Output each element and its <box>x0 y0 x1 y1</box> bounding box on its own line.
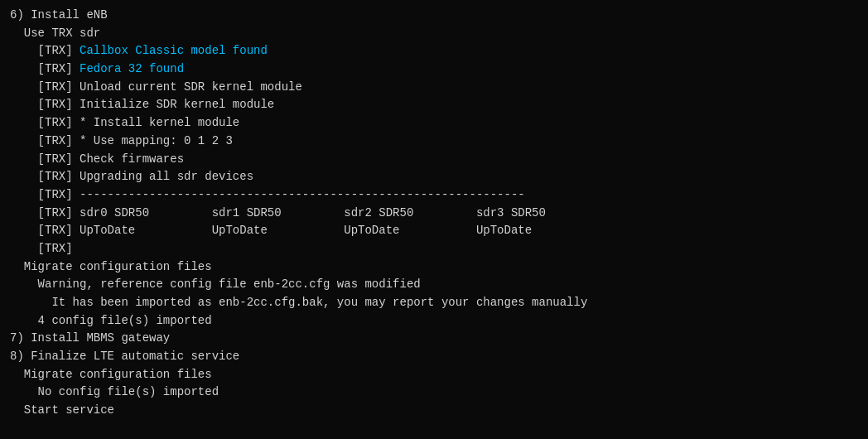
line-21: Migrate configuration files <box>10 366 858 384</box>
line-18: 4 config file(s) imported <box>10 312 858 330</box>
line-19: 7) Install MBMS gateway <box>10 330 858 348</box>
line-13: [TRX] UpToDate UpToDate UpToDate UpToDat… <box>10 222 858 240</box>
line-24 <box>10 420 858 438</box>
line-23: Start service <box>10 402 858 420</box>
terminal-window: 6) Install eNB Use TRX sdr [TRX] Callbox… <box>0 0 868 439</box>
line-14: [TRX] <box>10 240 858 258</box>
line-2: Use TRX sdr <box>10 25 858 43</box>
line-10: [TRX] Upgrading all sdr devices <box>10 168 858 186</box>
line-4: [TRX] Fedora 32 found <box>10 60 858 79</box>
line-11: [TRX] ----------------------------------… <box>10 186 858 205</box>
line-5: [TRX] Unload current SDR kernel module <box>10 79 858 97</box>
line-20: 8) Finalize LTE automatic service <box>10 348 858 366</box>
line-12: [TRX] sdr0 SDR50 sdr1 SDR50 sdr2 SDR50 s… <box>10 205 858 223</box>
line-22: No config file(s) imported <box>10 384 858 402</box>
line-7: [TRX] * Install kernel module <box>10 114 858 133</box>
line-3: [TRX] Callbox Classic model found <box>10 42 858 60</box>
line-6: [TRX] Initialize SDR kernel module <box>10 96 858 114</box>
line-15: Migrate configuration files <box>10 258 858 277</box>
line-17: It has been imported as enb-2cc.cfg.bak,… <box>10 294 858 312</box>
line-16: Warning, reference config file enb-2cc.c… <box>10 276 858 294</box>
line-9: [TRX] Check firmwares <box>10 151 858 169</box>
line-1: 6) Install eNB <box>10 7 858 25</box>
line-8: [TRX] * Use mapping: 0 1 2 3 <box>10 133 858 151</box>
